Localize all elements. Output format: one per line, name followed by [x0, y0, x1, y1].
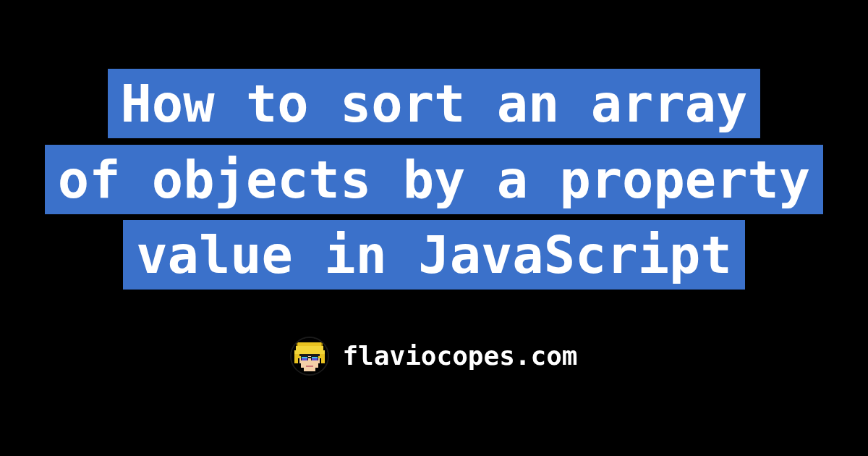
svg-rect-1	[299, 342, 321, 346]
svg-rect-2	[296, 346, 324, 350]
avatar-icon	[290, 337, 329, 376]
svg-rect-21	[297, 342, 299, 346]
svg-rect-17	[309, 357, 312, 358]
svg-rect-22	[321, 342, 323, 346]
svg-rect-8	[301, 363, 318, 368]
title-line-1: How to sort an array	[108, 69, 761, 138]
title-line-3: value in JavaScript	[123, 220, 745, 290]
svg-rect-18	[307, 366, 313, 367]
byline: flaviocopes.com	[290, 337, 577, 376]
svg-rect-9	[304, 367, 316, 371]
svg-rect-16	[312, 357, 318, 358]
svg-rect-10	[300, 354, 320, 356]
svg-rect-19	[294, 358, 299, 363]
article-title: How to sort an array of objects by a pro…	[45, 66, 823, 292]
site-label: flaviocopes.com	[342, 341, 577, 371]
svg-rect-3	[294, 350, 326, 354]
title-line-2: of objects by a property	[45, 145, 823, 214]
svg-rect-20	[321, 358, 326, 363]
svg-rect-13	[302, 357, 307, 358]
